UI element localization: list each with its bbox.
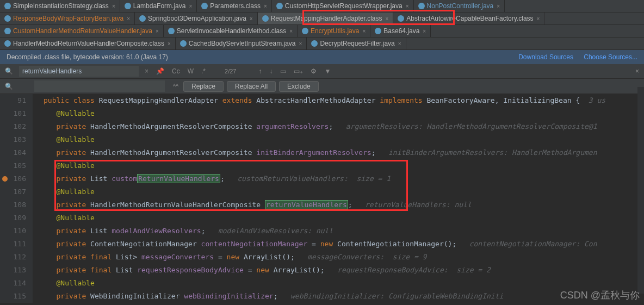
tab-customhttpservletrequestwrapper-java[interactable]: CustomHttpServletRequestWrapper.java× <box>272 0 414 12</box>
next-match-icon[interactable]: ↓ <box>268 67 274 75</box>
tab-row-1: SimpleInstantiationStrategy.class×Lambda… <box>0 0 644 13</box>
select-all-icon[interactable]: ▭ <box>278 67 288 75</box>
close-icon[interactable]: × <box>497 3 500 9</box>
word-icon[interactable]: W <box>186 67 195 75</box>
tab-cachedbodyservletinputstream-java[interactable]: CachedBodyServletInputStream.java× <box>176 38 307 49</box>
find-bar: 🔍 × 📌 Cc W .* 2/27 ↑ ↓ ▭ ▭₊ ⚙ ▼ × <box>0 64 644 79</box>
file-icon <box>276 3 283 9</box>
tab-encryptutils-java[interactable]: EncryptUtils.java× <box>298 25 370 37</box>
tab-customhandlermethodreturnvaluehandler-java[interactable]: CustomHandlerMethodReturnValueHandler.ja… <box>0 25 164 37</box>
regex-icon[interactable]: .* <box>200 67 207 75</box>
marker-strip <box>637 87 644 294</box>
exclude-button[interactable]: Exclude <box>279 81 319 92</box>
close-icon[interactable]: × <box>537 16 540 22</box>
file-icon <box>262 15 269 22</box>
filter-icon[interactable]: ▼ <box>323 67 332 75</box>
tab-label: LambdaForm.java <box>133 2 186 10</box>
replace-button[interactable]: Replace <box>183 81 224 92</box>
search-input[interactable] <box>19 66 139 77</box>
tab-decryptrequestfilter-java[interactable]: DecryptRequestFilter.java× <box>307 38 406 49</box>
tab-label: HandlerMethodReturnValueHandlerComposite… <box>13 40 164 47</box>
file-icon <box>302 28 308 34</box>
banner-text: Decompiled .class file, bytecode version… <box>7 53 168 61</box>
replace-bar: 🔍 ᴬᴬ Replace Replace All Exclude <box>0 79 644 94</box>
tab-handlermethodreturnvaluehandlercomposite-class[interactable]: HandlerMethodReturnValueHandlerComposite… <box>0 38 176 49</box>
file-icon <box>180 40 187 47</box>
preserve-case-icon[interactable]: ᴬᴬ <box>171 83 180 90</box>
close-icon[interactable]: × <box>362 28 366 34</box>
file-icon <box>4 3 11 9</box>
close-icon[interactable]: × <box>264 3 267 9</box>
close-icon[interactable]: × <box>112 3 115 9</box>
close-icon[interactable]: × <box>423 28 426 34</box>
tab-label: Parameters.class <box>210 2 261 10</box>
close-icon[interactable]: × <box>168 41 171 47</box>
file-icon <box>4 28 11 34</box>
tab-label: NonPostController.java <box>427 2 494 10</box>
file-icon <box>125 3 131 9</box>
close-icon[interactable]: × <box>189 3 192 9</box>
close-icon[interactable]: × <box>386 16 389 22</box>
close-icon[interactable]: × <box>156 28 159 34</box>
tab-label: DecryptRequestFilter.java <box>320 40 394 47</box>
close-icon[interactable]: × <box>250 16 253 22</box>
match-count: 2/27 <box>225 68 236 74</box>
tab-label: CustomHandlerMethodReturnValueHandler.ja… <box>13 27 152 35</box>
prev-match-icon[interactable]: ↑ <box>257 67 263 75</box>
code-editor: 9110110210310410510610710810911011111211… <box>0 94 644 303</box>
tab-row-3: CustomHandlerMethodReturnValueHandler.ja… <box>0 25 644 38</box>
close-icon[interactable]: × <box>299 41 302 47</box>
file-icon <box>139 15 146 22</box>
file-icon <box>375 28 381 34</box>
close-icon[interactable]: × <box>127 16 130 22</box>
search-icon: 🔍 <box>3 67 15 75</box>
close-icon[interactable]: × <box>406 3 409 9</box>
close-icon[interactable]: × <box>398 41 401 47</box>
case-icon[interactable]: Cc <box>170 67 182 75</box>
pin-icon[interactable]: 📌 <box>154 67 166 75</box>
tab-row-4: HandlerMethodReturnValueHandlerComposite… <box>0 38 644 50</box>
tab-label: SimpleInstantiationStrategy.class <box>13 2 109 10</box>
tab-label: CachedBodyServletInputStream.java <box>189 40 296 47</box>
file-icon <box>4 15 11 22</box>
tab-label: ServletInvocableHandlerMethod.class <box>177 27 286 35</box>
file-icon <box>201 3 208 9</box>
tab-lambdaform-java[interactable]: LambdaForm.java× <box>120 0 197 12</box>
tab-nonpostcontroller-java[interactable]: NonPostController.java× <box>414 0 505 12</box>
tab-base64-java[interactable]: Base64.java× <box>370 25 431 37</box>
tab-abstractautowirecapablebeanfactory-class[interactable]: AbstractAutowireCapableBeanFactory.class… <box>393 13 544 24</box>
tab-servletinvocablehandlermethod-class[interactable]: ServletInvocableHandlerMethod.class× <box>164 25 298 37</box>
tab-springboot3demoapplication-java[interactable]: Springboot3DemoApplication.java× <box>135 13 258 24</box>
add-selection-icon[interactable]: ▭₊ <box>292 67 305 75</box>
tab-label: Base64.java <box>383 27 419 35</box>
tab-label: RequestMappingHandlerAdapter.class <box>271 15 382 22</box>
gutter: 9110110210310410510610710810911011111211… <box>0 94 33 303</box>
file-icon <box>4 40 11 47</box>
tab-label: AbstractAutowireCapableBeanFactory.class <box>406 15 533 22</box>
file-icon <box>168 28 175 34</box>
tab-label: ResponseBodyWrapFactoryBean.java <box>13 15 123 22</box>
code-area[interactable]: public class RequestMappingHandlerAdapte… <box>33 94 644 303</box>
tab-row-2: ResponseBodyWrapFactoryBean.java×Springb… <box>0 13 644 25</box>
watermark: CSDN @孟秋与你 <box>560 289 640 302</box>
file-icon <box>418 3 425 9</box>
tab-responsebodywrapfactorybean-java[interactable]: ResponseBodyWrapFactoryBean.java× <box>0 13 135 24</box>
download-sources-link[interactable]: Download Sources <box>518 53 573 61</box>
replace-all-button[interactable]: Replace All <box>227 81 276 92</box>
choose-sources-link[interactable]: Choose Sources... <box>584 53 637 61</box>
tab-label: EncryptUtils.java <box>311 27 359 35</box>
replace-input[interactable] <box>34 80 165 92</box>
replace-toggle-icon[interactable]: 🔍 <box>3 83 15 90</box>
tab-parameters-class[interactable]: Parameters.class× <box>197 0 272 12</box>
tab-simpleinstantiationstrategy-class[interactable]: SimpleInstantiationStrategy.class× <box>0 0 120 12</box>
settings-icon[interactable]: ⚙ <box>309 67 318 75</box>
decompiled-banner: Decompiled .class file, bytecode version… <box>0 50 644 64</box>
tab-label: CustomHttpServletRequestWrapper.java <box>285 2 403 10</box>
tab-label: Springboot3DemoApplication.java <box>148 15 246 22</box>
file-icon <box>311 40 318 47</box>
close-find-icon[interactable]: × <box>634 67 641 75</box>
tab-requestmappinghandleradapter-class[interactable]: RequestMappingHandlerAdapter.class× <box>258 13 394 24</box>
clear-icon[interactable]: × <box>143 67 150 75</box>
file-icon <box>398 15 404 22</box>
close-icon[interactable]: × <box>289 28 293 34</box>
